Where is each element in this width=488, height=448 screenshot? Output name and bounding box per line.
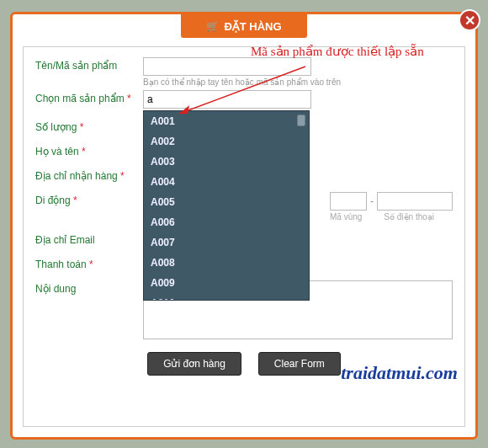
phone-number-label: Số điện thoại	[384, 212, 434, 221]
dropdown-item[interactable]: A002	[144, 131, 309, 152]
dropdown-item[interactable]: A004	[144, 172, 309, 192]
submit-button[interactable]: Gửi đơn hàng	[147, 352, 241, 376]
dropdown-item[interactable]: A003	[144, 152, 309, 172]
dropdown-item[interactable]: A009	[144, 273, 309, 293]
label-product-code: Chọn mã sản phẩm *	[35, 90, 143, 104]
product-code-dropdown: A001 A002 A003 A004 A005 A006 A007 A008 …	[143, 110, 310, 301]
area-code-input[interactable]	[330, 192, 367, 211]
label-content: Nội dung	[35, 280, 143, 295]
dropdown-item[interactable]: A010	[144, 293, 309, 301]
dropdown-item[interactable]: A007	[144, 232, 309, 253]
close-button[interactable]: ✕	[459, 9, 480, 31]
dropdown-item[interactable]: A006	[144, 212, 309, 232]
label-product-name: Tên/Mã sản phẩm	[35, 57, 143, 72]
form-body: Tên/Mã sản phẩm Bạn có thể nhập tay tên …	[23, 46, 465, 427]
clear-button[interactable]: Clear Form	[258, 352, 341, 376]
dropdown-item[interactable]: A005	[144, 192, 309, 212]
phone-separator: -	[370, 195, 374, 207]
label-quantity: Số lượng *	[35, 119, 143, 133]
modal-header: 🛒 ĐẶT HÀNG	[181, 14, 307, 38]
product-name-hint: Bạn có thể nhập tay tên hoặc mã sản phẩm…	[143, 77, 453, 87]
close-icon: ✕	[464, 13, 475, 29]
product-code-input[interactable]	[143, 90, 311, 109]
label-mobile: Di động *	[35, 192, 143, 206]
order-modal: ✕ 🛒 ĐẶT HÀNG Tên/Mã sản phẩm Bạn có thể …	[10, 12, 478, 440]
label-fullname: Họ và tên *	[35, 143, 143, 157]
label-email: Địa chỉ Email	[35, 232, 143, 246]
modal-title: ĐẶT HÀNG	[224, 20, 281, 33]
dropdown-item[interactable]: A001	[144, 111, 309, 131]
dropdown-item[interactable]: A008	[144, 253, 309, 273]
label-payment: Thanh toán *	[35, 256, 143, 270]
phone-number-input[interactable]	[377, 192, 453, 211]
area-code-label: Mã vùng	[330, 212, 362, 221]
label-address: Địa chỉ nhận hàng *	[35, 168, 143, 182]
dropdown-scrollbar[interactable]	[297, 115, 307, 296]
product-name-input[interactable]	[143, 57, 311, 76]
cart-icon: 🛒	[206, 20, 219, 32]
